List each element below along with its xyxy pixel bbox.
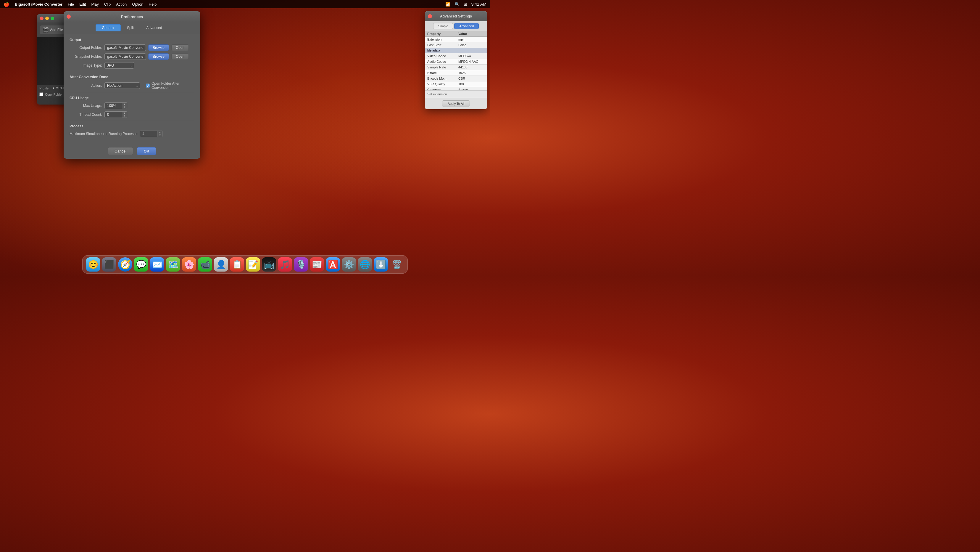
tab-advanced[interactable]: Advanced (140, 24, 168, 31)
tab-advanced[interactable]: Advanced (454, 23, 479, 29)
add-file-label: Add File (50, 28, 63, 32)
open-folder-label: Open Folder After Conversion (151, 81, 194, 90)
menubar-search-icon[interactable]: 🔍 (455, 2, 460, 6)
play-menu[interactable]: Play (91, 2, 99, 6)
action-select[interactable]: No Action Sleep Shutdown (105, 82, 140, 89)
adv-close-button[interactable] (428, 14, 432, 18)
dock-icon-appstore[interactable]: 🅰️ (326, 257, 340, 271)
snapshot-folder-open-btn[interactable]: Open (171, 53, 189, 60)
max-processes-input[interactable] (140, 131, 158, 137)
output-folder-input[interactable] (105, 45, 146, 51)
thread-count-decrement[interactable]: ▼ (122, 115, 127, 118)
adv-properties-table: Property Value Extension mp4 Fast Start … (425, 31, 487, 90)
action-select-wrap: No Action Sleep Shutdown (105, 82, 140, 89)
dock-icon-appletv[interactable]: 📺 (262, 257, 276, 271)
apply-to-all-button[interactable]: Apply To All (442, 101, 470, 107)
table-row-property-8: VBR Quality (425, 81, 456, 87)
cancel-button[interactable]: Cancel (108, 147, 133, 155)
table-row-property-1: Fast Start (425, 42, 456, 48)
close-button[interactable] (40, 17, 43, 20)
dock-icon-downloads[interactable]: ⬇️ (374, 257, 388, 271)
dock-icon-photos[interactable]: 🌸 (182, 257, 196, 271)
image-type-select-wrap: JPG PNG BMP (105, 62, 134, 69)
tab-split[interactable]: Split (121, 24, 140, 31)
help-menu[interactable]: Help (149, 2, 157, 6)
table-row-property-5: Sample Rate (425, 65, 456, 70)
option-menu[interactable]: Option (132, 2, 143, 6)
table-row-value-6[interactable]: 192K (456, 70, 487, 76)
pref-tabs: General Split Advanced (64, 22, 200, 34)
menubar-time: 9:41 AM (471, 2, 487, 6)
image-type-select[interactable]: JPG PNG BMP (105, 62, 134, 69)
dock-icon-facetime[interactable]: 📹 (198, 257, 212, 271)
dock-icon-messages[interactable]: 💬 (134, 257, 148, 271)
table-row-property-4: Audio Codec (425, 59, 456, 65)
output-folder-browse-btn[interactable]: Browse (148, 45, 169, 51)
dock-icon-maps[interactable]: 🗺️ (166, 257, 180, 271)
edit-menu[interactable]: Edit (79, 2, 86, 6)
max-processes-stepper: ▲ ▼ (140, 131, 162, 137)
dock-icon-trash[interactable]: 🗑️ (390, 257, 404, 271)
image-type-row: Image Type: JPG PNG BMP (70, 62, 194, 69)
file-menu[interactable]: File (68, 2, 74, 6)
divider-3 (70, 121, 194, 121)
action-menu[interactable]: Action (116, 2, 127, 6)
dock-icon-mail[interactable]: ✉️ (150, 257, 164, 271)
tab-general[interactable]: General (95, 24, 121, 31)
dock-icon-podcasts[interactable]: 🎙️ (294, 257, 308, 271)
max-processes-increment[interactable]: ▲ (158, 131, 162, 134)
thread-count-label: Thread Count: (70, 113, 102, 116)
table-row-value-5[interactable]: 44100 (456, 65, 487, 70)
max-processes-decrement[interactable]: ▼ (158, 134, 162, 137)
dock-icon-launchpad[interactable]: ⬛ (102, 257, 116, 271)
pref-close-button[interactable] (67, 14, 71, 19)
clip-menu[interactable]: Clip (104, 2, 111, 6)
ok-button[interactable]: OK (137, 147, 156, 155)
table-row-property-6: Bitrate (425, 70, 456, 76)
adv-titlebar: Advanced Settings (425, 11, 487, 21)
snapshot-folder-label: Snapshot Folder: (70, 54, 102, 59)
value-column-header: Value (456, 31, 487, 37)
thread-count-increment[interactable]: ▲ (122, 112, 127, 115)
output-section-title: Output (70, 38, 194, 42)
max-usage-input[interactable] (105, 102, 122, 109)
adv-title: Advanced Settings (440, 14, 472, 18)
table-row-value-0[interactable]: mp4 (456, 37, 487, 42)
open-folder-checkbox[interactable] (146, 83, 150, 88)
dock-icon-contacts[interactable]: 👤 (214, 257, 228, 271)
thread-count-input[interactable] (105, 111, 122, 118)
dock-icon-systemprefs[interactable]: ⚙️ (342, 257, 356, 271)
tab-simple[interactable]: Simple (433, 23, 453, 29)
menubar-wifi-icon[interactable]: 📶 (445, 2, 450, 6)
apple-menu[interactable]: 🍎 (3, 2, 10, 7)
minimize-button[interactable] (45, 17, 49, 20)
dock-icon-news[interactable]: 📰 (310, 257, 324, 271)
copy-folder-checkbox[interactable] (39, 93, 43, 96)
advanced-settings-panel: Advanced Settings Simple Advanced Proper… (425, 11, 487, 109)
table-row-value-9[interactable]: Stereo (456, 87, 487, 91)
dock-icon-music[interactable]: 🎵 (278, 257, 292, 271)
dock-icon-finder[interactable]: 😊 (86, 257, 100, 271)
max-usage-increment[interactable]: ▲ (122, 103, 127, 106)
maximize-button[interactable] (51, 17, 54, 20)
snapshot-folder-browse-btn[interactable]: Browse (148, 53, 169, 60)
table-row-value-8[interactable]: 100 (456, 81, 487, 87)
adv-table-area[interactable]: Property Value Extension mp4 Fast Start … (425, 31, 487, 90)
table-row-value-7[interactable]: CBR (456, 76, 487, 81)
dock-icon-network[interactable]: 🌐 (358, 257, 372, 271)
table-row-header-2: Metadata (425, 48, 487, 53)
max-usage-decrement[interactable]: ▼ (122, 106, 127, 108)
table-row-value-1[interactable]: False (456, 42, 487, 48)
table-row-value-4[interactable]: MPEG-4 AAC (456, 59, 487, 65)
dock-icon-reminders[interactable]: 📋 (230, 257, 244, 271)
output-folder-open-btn[interactable]: Open (171, 45, 189, 51)
thread-count-stepper-btns: ▲ ▼ (122, 111, 127, 118)
max-processes-label: Maximum Simultaneous Running Processe (70, 132, 137, 136)
pref-body: Output Output Folder: Browse Open Snapsh… (64, 34, 200, 144)
menubar-control-icon[interactable]: ⊞ (464, 2, 467, 6)
dock-icon-notes[interactable]: 📝 (246, 257, 260, 271)
snapshot-folder-input[interactable] (105, 53, 146, 60)
output-folder-label: Output Folder: (70, 46, 102, 50)
dock-icon-safari[interactable]: 🧭 (118, 257, 132, 271)
table-row-value-3[interactable]: MPEG-4 (456, 53, 487, 59)
